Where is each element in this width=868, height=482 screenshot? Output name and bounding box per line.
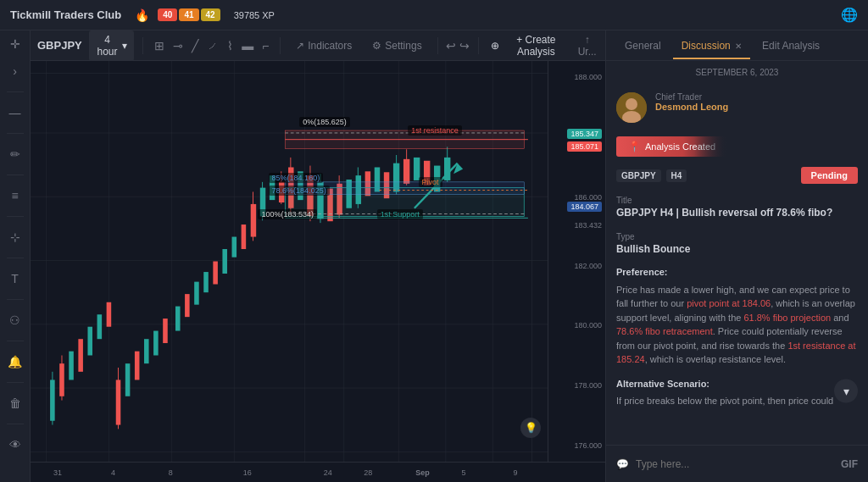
time-31: 31 [53, 468, 62, 477]
svg-rect-36 [203, 272, 209, 292]
pref-pivot-highlight: pivot point at 184.06 [687, 298, 771, 308]
lightbulb-icon[interactable]: 💡 [520, 418, 541, 438]
separator-1 [142, 37, 143, 54]
line-draw-icon[interactable]: ⊸ [170, 36, 186, 55]
chevron-down-icon: ▾ [122, 40, 127, 52]
indicators-label: Indicators [308, 40, 352, 52]
tool-divider-1 [7, 91, 24, 92]
panel-content[interactable]: SEPTEMBER 6, 2023 Chief Trader Desmond L… [606, 61, 868, 445]
tool-divider-9 [7, 424, 24, 424]
tool-divider-6 [7, 299, 24, 300]
svg-rect-32 [163, 319, 168, 343]
chart-canvas[interactable]: 0%(185.625) 1st resistance 78.6%(184.025… [31, 61, 548, 462]
lines-icon[interactable]: ≡ [11, 189, 18, 202]
preference-label: Preference: [616, 265, 858, 280]
svg-point-84 [626, 98, 637, 110]
sender-role: Chief Trader [655, 92, 858, 102]
undo-redo-group: ↩ ↪ [446, 39, 470, 53]
svg-rect-35 [194, 282, 199, 305]
arrow-right-icon[interactable]: › [13, 64, 17, 78]
svg-rect-37 [213, 262, 218, 285]
xp-label: 39785 XP [234, 10, 275, 20]
symbol-label: GBPJPY [37, 39, 82, 52]
svg-rect-23 [87, 327, 92, 356]
crosshair-icon[interactable]: ✛ [10, 37, 20, 51]
svg-rect-40 [242, 224, 247, 249]
rect-draw-icon[interactable]: ▬ [239, 36, 256, 55]
price-180: 180.000 [574, 321, 602, 330]
globe-icon[interactable]: 🌐 [841, 8, 858, 22]
bell-icon[interactable]: 🔔 [8, 355, 22, 368]
grid-draw-icon[interactable]: ⊞ [152, 36, 167, 55]
status-badge: Pending [801, 167, 858, 184]
text-icon[interactable]: T [11, 272, 19, 285]
trash-icon[interactable]: 🗑 [9, 396, 21, 410]
pin-icon: 📍 [628, 141, 641, 152]
chat-input[interactable] [636, 458, 834, 470]
pencil-icon[interactable]: ✏ [10, 147, 20, 161]
preference-section: Preference: Price has made a lower high,… [606, 262, 868, 374]
separator-4 [478, 37, 479, 54]
title-value: GBPJPY H4 | Bullish reversal off 78.6% f… [616, 207, 858, 219]
pref-fibo786-highlight: 78.6% fibo retracement [616, 326, 713, 336]
undo-button[interactable]: ↩ [446, 39, 456, 53]
tag-row: GBPJPY H4 Pending [606, 162, 868, 189]
tab-edit-analysis[interactable]: Edit Analysis [754, 33, 828, 58]
timeframe-button[interactable]: 4 hour ▾ [89, 30, 135, 61]
chart-row: 0%(185.625) 1st resistance 78.6%(184.025… [31, 61, 605, 462]
top-bar: Tickmill Traders Club 🔥 40 41 42 39785 X… [0, 0, 868, 30]
minus-icon[interactable]: — [9, 106, 21, 119]
price-178: 178.000 [574, 381, 602, 390]
time-sep: Sep [415, 468, 430, 477]
eye-icon[interactable]: 👁 [9, 438, 21, 452]
type-label: Type [616, 232, 858, 241]
message-body: Chief Trader Desmond Leong [655, 92, 858, 123]
svg-rect-38 [222, 249, 227, 274]
upload-button[interactable]: ↑ Ur... [576, 34, 598, 58]
support-label: 1st Support [377, 209, 423, 219]
svg-rect-34 [185, 294, 190, 317]
sender-name: Desmond Leong [655, 102, 858, 112]
create-analysis-label: + Create Analysis [503, 34, 569, 58]
svg-rect-28 [125, 363, 131, 396]
time-8: 8 [169, 468, 173, 477]
redo-button[interactable]: ↪ [459, 39, 470, 53]
type-section: Type Bullish Bounce [606, 225, 868, 262]
timeframe-label: 4 hour [96, 34, 120, 58]
diagonal-draw-icon[interactable]: ╱ [189, 36, 201, 55]
upload-icon: ↑ [585, 34, 590, 46]
indicators-icon: ↗ [296, 40, 304, 52]
fibo-85-label: 85%(184.160) [269, 173, 324, 183]
date-divider: SEPTEMBER 6, 2023 [606, 61, 868, 84]
settings-button[interactable]: ⚙ Settings [365, 36, 428, 55]
magnet-icon[interactable]: ⚇ [9, 313, 20, 327]
left-toolbar: ✛ › — ✏ ≡ ⊹ T ⚇ 🔔 🗑 👁 [0, 30, 31, 482]
indicators-button[interactable]: ↗ Indicators [289, 36, 359, 55]
time-4: 4 [111, 468, 115, 477]
tab-discussion[interactable]: Discussion ✕ [673, 33, 750, 58]
scroll-down-button[interactable]: ▾ [834, 379, 858, 402]
nodes-icon[interactable]: ⊹ [10, 230, 20, 244]
tab-close-icon[interactable]: ✕ [735, 42, 742, 51]
wave-draw-icon[interactable]: ⌇ [225, 36, 236, 55]
tool-divider-2 [7, 133, 24, 134]
pref-text-5: , which is overlap resistance level. [645, 354, 786, 364]
price-185-071: 185.071 [567, 141, 602, 152]
fibo-786-label: 78.6%(184.025) [269, 186, 330, 196]
alternative-section: Alternative Scenario: If price breaks be… [606, 374, 868, 415]
slash-draw-icon[interactable]: ⟋ [204, 36, 221, 55]
badge-1: 40 [158, 8, 177, 21]
time-16: 16 [243, 468, 252, 477]
create-analysis-button[interactable]: ⊕ + Create Analysis [491, 34, 569, 58]
main-layout: ✛ › — ✏ ≡ ⊹ T ⚇ 🔔 🗑 👁 GBPJPY 4 hour ▾ [0, 30, 868, 482]
steps-draw-icon[interactable]: ⌐ [259, 36, 271, 55]
svg-rect-33 [175, 307, 181, 331]
tool-divider-4 [7, 216, 24, 217]
separator-2 [280, 37, 281, 54]
gear-icon: ⚙ [372, 40, 381, 52]
time-axis: 31 4 8 16 24 28 Sep 5 9 [31, 462, 605, 482]
gif-button[interactable]: GIF [841, 458, 858, 470]
message-icon: 💬 [616, 458, 629, 470]
tab-general[interactable]: General [616, 33, 670, 58]
type-value: Bullish Bounce [616, 243, 858, 255]
